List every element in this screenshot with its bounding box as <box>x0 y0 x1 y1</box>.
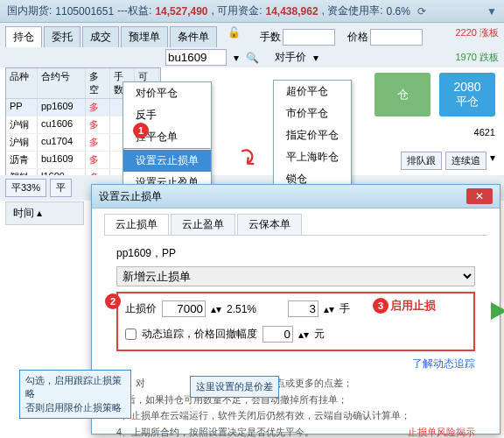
note-partial-2: 发后，如果持仓可用数量不足，会自动撤掉所有挂单； <box>116 392 475 408</box>
equity-label: ---权益: <box>117 4 151 18</box>
spinner-icon-3[interactable]: ▴▾ <box>298 328 309 341</box>
col-dir[interactable]: 多空 <box>86 68 110 98</box>
collapse-icon[interactable]: ▼ <box>486 5 497 18</box>
ratio-val: 0.6% <box>387 5 410 18</box>
price-input[interactable] <box>370 29 423 46</box>
code-input[interactable] <box>165 49 227 66</box>
dialog-title: 设置云止损单 <box>99 189 162 204</box>
limit-dn-num: 1970 <box>455 52 476 62</box>
note-3: 3、止损单在云端运行，软件关闭后仍然有效，云端自动确认计算单； <box>116 407 475 424</box>
partial-num: 4621 <box>474 127 495 138</box>
tab-position[interactable]: 持仓 <box>5 26 42 47</box>
close-position-button-2[interactable]: 2080 平仓 <box>439 73 495 117</box>
dlg-tab-breakeven[interactable]: 云保本单 <box>237 214 302 235</box>
stop-qty-input[interactable] <box>288 300 318 317</box>
tab-condition[interactable]: 条件单 <box>170 26 217 47</box>
spinner-icon[interactable]: ▴▾ <box>211 303 221 315</box>
submenu-limit-close[interactable]: 指定价平仓 <box>274 124 351 146</box>
price-label: 价格 <box>347 30 368 45</box>
instrument-label: pp1609，PP <box>116 246 475 261</box>
dlg-tab-takeprofit[interactable]: 云止盈单 <box>171 214 235 235</box>
second-header: ▾ 🔍 对手价 ▾ 1970 跌板 <box>0 47 504 67</box>
qty-input[interactable] <box>283 29 335 46</box>
opp-price-label[interactable]: 对手价 <box>275 50 306 65</box>
submenu-market-close[interactable]: 市价平仓 <box>274 102 351 124</box>
avail-label: , 可用资金: <box>211 4 262 18</box>
dynamic-label: 动态追踪，价格回撤幅度 <box>142 327 257 342</box>
close-price: 2080 <box>453 80 480 94</box>
learn-dynamic-link[interactable]: 了解动态追踪 <box>412 357 475 370</box>
limit-up-num: 2220 <box>455 27 476 38</box>
stop-price-label: 止损价 <box>125 301 157 316</box>
callout-checkbox-hint: 勾选，启用跟踪止损策略 否则启用限价止损策略 <box>19 370 131 419</box>
chevron-down-icon[interactable]: ▴ <box>37 207 42 219</box>
account-label: 国内期货: <box>7 4 52 18</box>
tab-trade[interactable]: 成交 <box>82 26 119 47</box>
tab-order[interactable]: 委托 <box>44 26 80 47</box>
queue-follow-button[interactable]: 排队跟 <box>401 152 442 170</box>
search-icon[interactable]: 🔍 <box>246 52 259 64</box>
callout-pricediff-hint: 这里设置的是价差 <box>190 376 279 398</box>
titlebar: 国内期货: 1105001651 ---权益: 14,527,490 , 可用资… <box>0 0 504 23</box>
annotation-badge-3: 3 <box>373 298 388 314</box>
chevron-down-icon[interactable]: ▾ <box>490 152 495 170</box>
submenu-over-close[interactable]: 超价平仓 <box>274 81 351 102</box>
equity-val: 14,527,490 <box>155 5 207 18</box>
annotation-3-label: 启用止损 <box>390 298 436 314</box>
stoploss-dialog: 设置云止损单 ✕ 云止损单 云止盈单 云保本单 pp1609，PP 新增云止损单… <box>91 184 500 434</box>
dyn-unit: 元 <box>314 327 325 342</box>
close-position-button[interactable]: 仓 <box>374 73 430 117</box>
stoploss-type-select[interactable]: 新增云止损单 <box>116 266 475 286</box>
enable-stoploss-button[interactable] <box>491 302 504 320</box>
dlg-tab-stoploss[interactable]: 云止损单 <box>104 214 169 235</box>
menu-cloud-stoploss[interactable]: 设置云止损单 <box>123 150 211 172</box>
note-partial-1: 价，对xxxxxxxxxxxx，与触发价有1个点或更多的点差； <box>116 375 475 392</box>
risk-link[interactable]: 止损单风险揭示 <box>408 424 475 438</box>
qty-unit: 手 <box>340 301 350 316</box>
note-4: 4、上期所合约，按照设置决定是否优先平今。 <box>116 424 314 438</box>
limit-dn-txt: 跌板 <box>480 52 499 62</box>
continuous-chase-button[interactable]: 连续追 <box>445 152 486 170</box>
refresh-icon[interactable]: ⟳ <box>417 5 426 18</box>
close-label: 仓 <box>397 87 409 102</box>
lock-icon[interactable]: 🔓 <box>228 26 241 47</box>
avail-val: 14,438,962 <box>266 5 318 18</box>
dynamic-trail-checkbox[interactable] <box>125 328 136 340</box>
menu-close-opp[interactable]: 对价平仓 <box>123 82 211 104</box>
col-name[interactable]: 品种 <box>6 68 38 98</box>
stop-price-input[interactable] <box>162 300 206 317</box>
dropdown-icon[interactable]: ▾ <box>234 52 239 64</box>
account-num: 1105001651 <box>55 5 114 18</box>
tab-parked[interactable]: 预埋单 <box>121 26 168 47</box>
close-button[interactable]: ✕ <box>466 188 493 204</box>
position-tabs: 持仓 委托 成交 预埋单 条件单 🔓 手数 价格 2220 涨板 <box>0 23 504 47</box>
qty-label: 手数 <box>260 30 281 45</box>
pct-label: 2.51% <box>227 303 256 315</box>
close-33-button[interactable]: 平33% <box>5 179 46 197</box>
annotation-badge-2: 2 <box>105 293 121 309</box>
submenu-close-yestoday[interactable]: 平上海昨仓 <box>274 146 351 168</box>
dynamic-val-input[interactable] <box>262 326 293 343</box>
dropdown-icon-2[interactable]: ▾ <box>313 52 318 64</box>
close-partial-button[interactable]: 平 <box>50 179 72 197</box>
limit-up-txt: 涨板 <box>480 27 499 38</box>
time-filter[interactable]: 时间 ▴ <box>5 201 84 225</box>
spinner-icon-2[interactable]: ▴▾ <box>324 303 334 315</box>
annotation-badge-1: 1 <box>133 123 149 138</box>
close-text: 平仓 <box>456 94 479 110</box>
col-code[interactable]: 合约号 <box>38 68 86 98</box>
ratio-label: , 资金使用率: <box>322 4 383 18</box>
